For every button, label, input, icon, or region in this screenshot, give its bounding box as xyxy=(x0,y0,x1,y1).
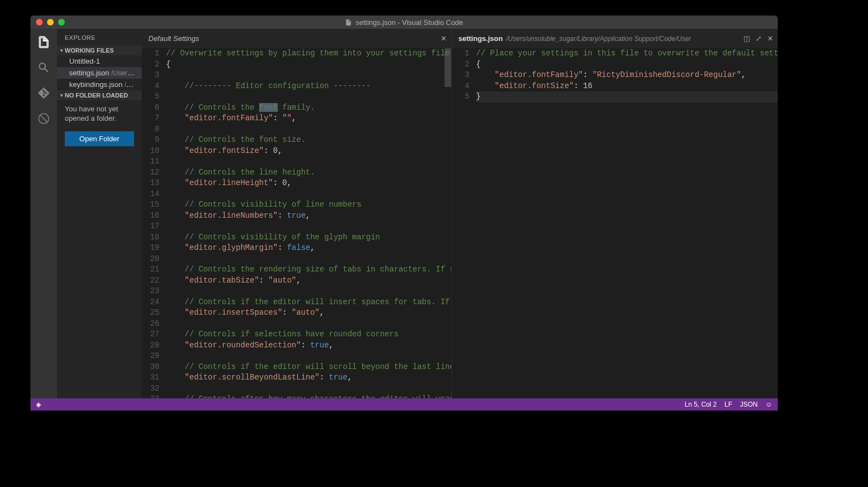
no-folder-label: NO FOLDER LOADED xyxy=(65,92,128,99)
editors-container: Default Settings ✕ 123456789101112131415… xyxy=(142,29,778,398)
split-editor-icon[interactable]: ◫ xyxy=(743,34,750,43)
zoom-window-button[interactable] xyxy=(58,19,65,25)
search-icon[interactable] xyxy=(36,60,51,75)
traffic-lights xyxy=(30,19,65,25)
status-bar: ◈ Ln 5, Col 2 LF JSON ☺ xyxy=(30,398,778,411)
minimize-window-button[interactable] xyxy=(47,19,54,25)
status-cursor-pos[interactable]: Ln 5, Col 2 xyxy=(685,401,717,408)
status-eol[interactable]: LF xyxy=(725,401,732,408)
no-folder-header[interactable]: ▾ NO FOLDER LOADED xyxy=(57,90,142,100)
status-lang[interactable]: JSON xyxy=(740,401,758,408)
sidebar: EXPLORE ▾ WORKING FILES Untitled-1settin… xyxy=(57,29,142,398)
tab-default-settings[interactable]: Default Settings xyxy=(148,34,199,43)
open-file-icon[interactable]: ⤢ xyxy=(756,34,762,43)
open-folder-button[interactable]: Open Folder xyxy=(65,131,134,146)
titlebar: settings.json - Visual Studio Code xyxy=(30,16,778,29)
window-title: settings.json - Visual Studio Code xyxy=(30,18,778,27)
sidebar-title: EXPLORE xyxy=(57,29,142,45)
code-content: // Place your settings in this file to o… xyxy=(476,48,778,398)
editor-pane-left: Default Settings ✕ 123456789101112131415… xyxy=(142,29,452,398)
line-gutter: 12345 xyxy=(452,48,476,398)
activity-bar xyxy=(30,29,57,398)
working-files-header[interactable]: ▾ WORKING FILES xyxy=(57,45,142,55)
working-file-item[interactable]: Untitled-1 xyxy=(57,55,142,67)
tab-bar-left: Default Settings ✕ xyxy=(142,29,451,48)
close-tab-icon[interactable]: ✕ xyxy=(441,34,447,43)
scrollbar-vertical[interactable] xyxy=(445,48,451,87)
line-gutter: 1234567891011121314151617181920212223242… xyxy=(142,48,166,398)
tab-path: /Users/unsoluble_sugar/Library/Applicati… xyxy=(506,35,691,43)
code-editor-right[interactable]: 12345 // Place your settings in this fil… xyxy=(452,48,778,398)
main-area: EXPLORE ▾ WORKING FILES Untitled-1settin… xyxy=(30,29,778,398)
code-editor-left[interactable]: 1234567891011121314151617181920212223242… xyxy=(142,48,451,398)
tab-bar-right: settings.json /Users/unsoluble_sugar/Lib… xyxy=(452,29,778,48)
tab-settings-json[interactable]: settings.json xyxy=(458,34,503,43)
status-git-icon[interactable]: ◈ xyxy=(36,401,41,408)
chevron-down-icon: ▾ xyxy=(60,48,63,53)
file-icon xyxy=(345,19,352,26)
git-icon[interactable] xyxy=(36,85,51,101)
debug-icon[interactable] xyxy=(36,111,51,126)
working-file-item[interactable]: settings.json /Users/u... xyxy=(57,67,142,79)
working-files-label: WORKING FILES xyxy=(65,47,114,54)
close-window-button[interactable] xyxy=(36,19,43,25)
code-content: // Overwrite settings by placing them in… xyxy=(166,48,451,398)
status-feedback-icon[interactable]: ☺ xyxy=(766,401,772,408)
editor-pane-right: settings.json /Users/unsoluble_sugar/Lib… xyxy=(452,29,778,398)
chevron-down-icon: ▾ xyxy=(60,93,63,98)
explorer-icon[interactable] xyxy=(36,34,51,50)
no-folder-message: You have not yet opened a folder. xyxy=(57,100,142,128)
vscode-window: settings.json - Visual Studio Code EXPLO… xyxy=(30,16,778,411)
working-file-item[interactable]: keybindings.json /Use... xyxy=(57,79,142,90)
close-tab-icon[interactable]: ✕ xyxy=(767,34,773,43)
working-files-list: Untitled-1settings.json /Users/u...keybi… xyxy=(57,55,142,90)
